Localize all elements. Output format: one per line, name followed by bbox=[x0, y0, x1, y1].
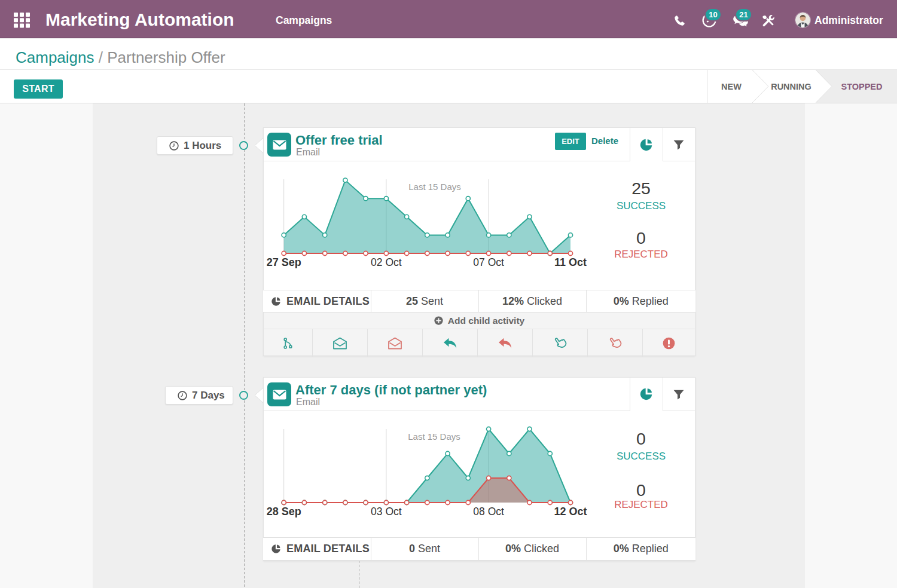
svg-text:NEW: NEW bbox=[721, 82, 742, 91]
svg-text:03 Oct: 03 Oct bbox=[371, 506, 402, 517]
svg-text:02 Oct: 02 Oct bbox=[371, 256, 402, 268]
svg-text:11 Oct: 11 Oct bbox=[554, 256, 587, 268]
svg-text:27 Sep: 27 Sep bbox=[267, 256, 301, 268]
svg-text:07 Oct: 07 Oct bbox=[473, 256, 504, 268]
svg-text:08 Oct: 08 Oct bbox=[473, 506, 504, 517]
svg-text:STOPPED: STOPPED bbox=[841, 82, 882, 91]
svg-text:28 Sep: 28 Sep bbox=[267, 506, 301, 517]
svg-text:RUNNING: RUNNING bbox=[771, 82, 811, 91]
svg-text:12 Oct: 12 Oct bbox=[554, 506, 587, 517]
svg-text:Last 15 Days: Last 15 Days bbox=[408, 182, 461, 192]
svg-text:Last 15 Days: Last 15 Days bbox=[408, 431, 460, 442]
